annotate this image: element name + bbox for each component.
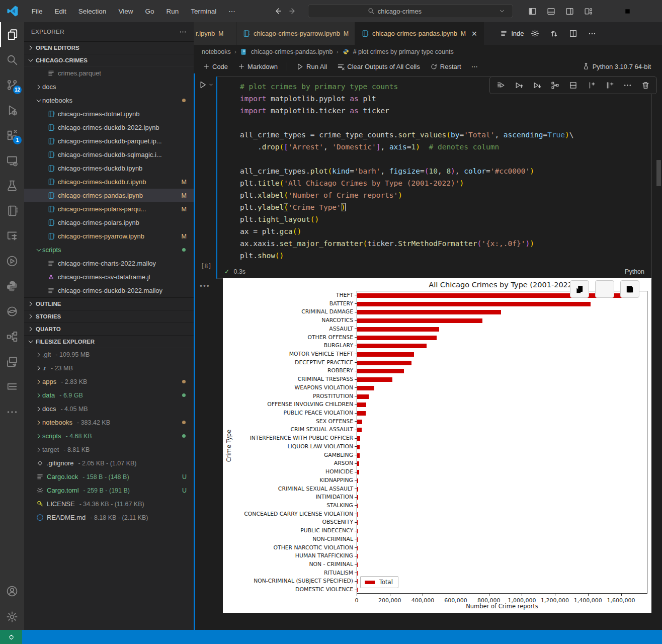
section-open-editors[interactable]: OPEN EDITORS <box>24 41 194 54</box>
activity-explorer[interactable] <box>0 22 24 47</box>
configure-icon[interactable] <box>531 29 539 38</box>
output-more-icon[interactable]: ••• <box>200 282 210 290</box>
menu-view[interactable]: View <box>112 4 139 18</box>
insert-cell-right-icon[interactable] <box>605 81 614 90</box>
run-cell-button[interactable] <box>199 80 214 89</box>
tree-item[interactable]: chicago-crimes-duckdb-2022.malloy <box>24 284 194 297</box>
execute-cell-and-below-icon[interactable] <box>533 81 541 90</box>
open-plot-viewer-button[interactable] <box>595 280 614 298</box>
tree-item[interactable]: chicago-crimes-csv-dataframe.jl <box>24 270 194 284</box>
activity-testing[interactable] <box>0 173 24 198</box>
breadcrumb-folder[interactable]: notebooks <box>202 48 231 55</box>
activity-screencast[interactable] <box>0 349 24 374</box>
filesize-item[interactable]: apps- 2.83 KB <box>24 375 194 388</box>
copy-output-button[interactable] <box>570 280 589 298</box>
tree-item[interactable]: scripts <box>24 243 194 257</box>
section-filesize-explorer[interactable]: FILESIZE EXPLORER <box>24 335 194 348</box>
activity-account[interactable] <box>0 579 24 604</box>
close-tab-icon[interactable]: ✕ <box>471 30 477 38</box>
minimize-button[interactable] <box>593 0 616 22</box>
section-project[interactable]: CHICAGO-CRIMES <box>24 54 194 66</box>
sidebar-resize-sash[interactable] <box>194 73 195 630</box>
code-cell[interactable]: # plot crimes by primary type countsimpo… <box>216 76 652 279</box>
save-plot-button[interactable] <box>620 280 639 298</box>
split-cell-icon[interactable] <box>569 81 577 90</box>
tree-item[interactable]: chicago-crime-charts-2022.malloy <box>24 257 194 270</box>
kernel-picker[interactable]: Python 3.10.7 64-bit <box>583 63 657 70</box>
tree-item[interactable]: chicago-crimes-polars.ipynb <box>24 216 194 229</box>
breadcrumb-file[interactable]: chicago-crimes-pandas.ipynb <box>251 48 333 55</box>
filesize-item[interactable]: README.md- 8.18 KB - (2.11 KB) <box>24 511 194 524</box>
explorer-more-icon[interactable] <box>179 28 187 36</box>
activity-extensions[interactable]: 1 <box>0 123 24 148</box>
filesize-item[interactable]: notebooks- 383.42 KB <box>24 416 194 429</box>
filesize-item[interactable]: LICENSE- 34.36 KB - (11.67 KB) <box>24 497 194 511</box>
tab-1[interactable]: chicago-crimes-pyarrow.ipynb M <box>236 22 355 45</box>
menu-go[interactable]: Go <box>139 4 160 18</box>
menu-selection[interactable]: Selection <box>72 4 113 18</box>
activity-remote-explorer[interactable] <box>0 148 24 173</box>
filesize-item[interactable]: .gitignore- 2.05 KB - (1.07 KB) <box>24 456 194 470</box>
section-quarto[interactable]: QUARTO <box>24 323 194 335</box>
filesize-item[interactable]: data- 6.9 GB <box>24 388 194 402</box>
tree-item[interactable]: chicago-crimes-duckdb-parquet.ip... <box>24 134 194 148</box>
menu-terminal[interactable]: Terminal <box>185 4 222 18</box>
tab-2[interactable]: chicago-crimes-pandas.ipynb M ✕ <box>355 22 484 45</box>
tab-0[interactable]: r.ipynb M <box>194 22 236 45</box>
activity-source-control[interactable]: 12 <box>0 72 24 98</box>
cell-language[interactable]: Python <box>625 268 644 275</box>
insert-cell-left-icon[interactable] <box>587 81 596 90</box>
history-back-icon[interactable] <box>274 7 282 15</box>
add-code-cell-button[interactable]: Code <box>199 61 232 72</box>
tree-item[interactable]: chicago-crimes-pandas.ipynbM <box>24 189 194 202</box>
toggle-sidebar-icon[interactable] <box>528 7 537 16</box>
filesize-item[interactable]: scripts- 4.68 KB <box>24 429 194 443</box>
filesize-item[interactable]: Cargo.toml- 259 B - (191 B)U <box>24 484 194 497</box>
tree-item[interactable]: chicago-crimes-duckdb.r.ipynbM <box>24 175 194 189</box>
customize-layout-icon[interactable] <box>584 7 593 16</box>
history-forward-icon[interactable] <box>289 7 297 15</box>
split-editor-icon[interactable] <box>569 29 577 38</box>
maximize-button[interactable] <box>616 0 639 22</box>
add-markdown-cell-button[interactable]: Markdown <box>234 61 282 72</box>
activity-python[interactable] <box>0 274 24 299</box>
tree-item[interactable]: chicago-crimes-dotnet.ipynb <box>24 107 194 121</box>
go-to-cell-icon[interactable] <box>551 81 559 90</box>
clear-outputs-button[interactable]: Clear Outputs of All Cells <box>333 61 424 72</box>
activity-containers[interactable] <box>0 223 24 249</box>
close-button[interactable] <box>639 0 662 22</box>
delete-cell-icon[interactable] <box>641 81 650 90</box>
section-stories[interactable]: STORIES <box>24 310 194 323</box>
tree-item[interactable]: notebooks <box>24 94 194 107</box>
activity-outline-view[interactable] <box>0 374 24 399</box>
tree-item[interactable]: chicago-crimes-duckdb-2022.ipynb <box>24 121 194 134</box>
filesize-item[interactable]: Cargo.lock- 158 B - (148 B)U <box>24 470 194 484</box>
chevron-down-icon[interactable] <box>499 8 506 15</box>
activity-jupyter[interactable] <box>0 299 24 324</box>
filesize-item[interactable]: .git- 109.95 MB <box>24 348 194 361</box>
command-center-search[interactable]: chicago-crimes <box>308 4 513 18</box>
tree-item[interactable]: docs <box>24 80 194 94</box>
activity-run-and-debug[interactable] <box>0 98 24 123</box>
editor-scrollbar[interactable] <box>656 160 661 186</box>
restart-kernel-button[interactable]: Restart <box>426 61 465 72</box>
toggle-panel-icon[interactable] <box>547 7 555 16</box>
compare-changes-icon[interactable] <box>550 29 558 38</box>
breadcrumb[interactable]: notebooks › chicago-crimes-pandas.ipynb … <box>194 45 662 58</box>
toolbar-more-icon[interactable]: ⋯ <box>467 61 482 72</box>
filesize-item[interactable]: target- 8.81 KB <box>24 443 194 456</box>
activity-settings[interactable] <box>0 604 24 630</box>
second-editor-group[interactable]: inde <box>495 22 524 45</box>
execute-above-cells-icon[interactable] <box>515 81 523 90</box>
menu-more[interactable]: ⋯ <box>222 4 241 18</box>
menu-run[interactable]: Run <box>160 4 185 18</box>
filesize-item[interactable]: docs- 4.05 MB <box>24 402 194 416</box>
activity-additional-views[interactable] <box>0 399 24 425</box>
code-editor[interactable]: # plot crimes by primary type countsimpo… <box>217 77 651 265</box>
menu-edit[interactable]: Edit <box>49 4 72 18</box>
tree-item[interactable]: crimes.parquet <box>24 66 194 80</box>
activity-search[interactable] <box>0 47 24 72</box>
editor-more-icon[interactable] <box>588 30 596 38</box>
tree-item[interactable]: chicago-crimes-polars-parqu...M <box>24 202 194 216</box>
activity-dependency-graph[interactable] <box>0 324 24 349</box>
